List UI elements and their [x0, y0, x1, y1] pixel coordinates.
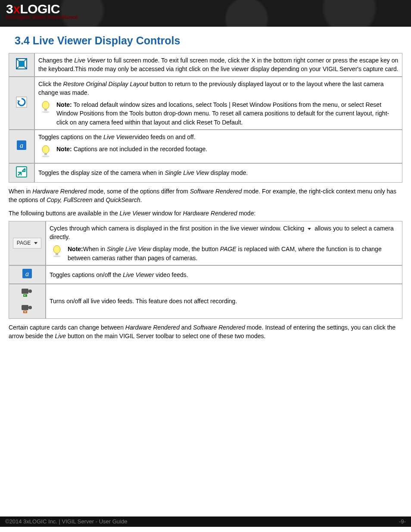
- svg-rect-17: [22, 289, 28, 294]
- text: Certain capture cards can change between: [9, 324, 125, 331]
- text: display mode, the button: [151, 246, 220, 252]
- video-on-icon: [21, 287, 34, 299]
- bulb-icon: [50, 245, 64, 260]
- svg-rect-1: [19, 61, 25, 67]
- em-text: Live Viewer: [103, 134, 134, 140]
- text: Toggles captions on/off the: [50, 271, 123, 278]
- text: The following buttons are available in t…: [9, 210, 120, 217]
- text: When in: [83, 246, 107, 252]
- caption-a-icon: a: [22, 268, 32, 281]
- icon-cell: PAGE: [9, 221, 46, 265]
- page-content: 3.4 Live Viewer Display Controls Changes…: [0, 27, 411, 361]
- table-row: Toggles the display size of the camera w…: [9, 163, 402, 183]
- svg-point-10: [42, 156, 50, 157]
- text: Turns on/off all live video feeds. This …: [50, 298, 237, 305]
- text: display mode.: [209, 169, 248, 176]
- svg-rect-23: [24, 311, 26, 312]
- text: and: [180, 324, 193, 331]
- em-text: Live: [55, 333, 66, 339]
- note-label: Note:: [56, 146, 72, 152]
- desc-cell: Toggles captions on the Live Viewervideo…: [34, 130, 402, 163]
- em-text: QuickSearch: [106, 196, 140, 203]
- svg-point-14: [53, 255, 61, 257]
- footer-page-number: -9-: [399, 518, 406, 525]
- note-text: Captions are not included in the recorde…: [72, 146, 207, 152]
- em-text: Software Rendered: [190, 188, 242, 195]
- page-button-label: PAGE: [17, 240, 31, 247]
- em-text: Hardware Rendered: [183, 210, 237, 217]
- text: button on the main VIGIL Server toolbar …: [66, 333, 265, 339]
- text: mode, some of the options differ from: [87, 188, 190, 195]
- em-text: PAGE: [220, 246, 237, 252]
- desc-cell: Click the Restore Original Display Layou…: [34, 77, 402, 130]
- header-band: 3xLOGIC Intelligent Video Surveillance: [0, 0, 411, 27]
- text: window for: [151, 210, 183, 217]
- section-name: Live Viewer Display Controls: [33, 34, 181, 47]
- text: video feeds on and off.: [134, 134, 195, 140]
- em-text: Live Viewer: [123, 271, 154, 278]
- text: Click the: [38, 81, 63, 87]
- logo-tagline: Intelligent Video Surveillance: [6, 15, 405, 20]
- page-button: PAGE: [13, 238, 41, 249]
- svg-rect-4: [44, 109, 47, 111]
- text: video feeds.: [154, 271, 188, 278]
- note-body: Note:When in Single Live View display mo…: [68, 245, 399, 262]
- text: Cycles through which camera is displayed…: [50, 225, 306, 232]
- text: When in: [9, 188, 32, 195]
- caption-a-icon: a: [16, 140, 27, 152]
- restore-layout-icon: [16, 96, 27, 110]
- icon-cell: [9, 163, 34, 183]
- desc-cell: Toggles the display size of the camera w…: [34, 163, 402, 183]
- fullscreen-icon: [16, 58, 27, 72]
- em-text: Software Rendered: [193, 324, 245, 331]
- note-row: Note: To reload default window sizes and…: [38, 100, 399, 127]
- table-row: Changes the Live Viewer to full screen m…: [9, 53, 402, 77]
- paragraph: When in Hardware Rendered mode, some of …: [9, 187, 402, 205]
- svg-point-3: [42, 101, 49, 109]
- table-row: a Toggles captions on/off the Live Viewe…: [9, 265, 402, 284]
- em-text: Single Live View: [107, 246, 151, 252]
- paragraph: Certain capture cards can change between…: [9, 323, 402, 341]
- note-label: Note:: [68, 246, 83, 252]
- svg-text:a: a: [25, 270, 29, 277]
- icon-cell: [9, 53, 34, 77]
- table-row: Click the Restore Original Display Layou…: [9, 77, 402, 130]
- text: Toggles captions on the: [38, 134, 103, 140]
- text: mode:: [237, 210, 256, 217]
- em-text: Live Viewer: [120, 210, 151, 217]
- em-text: Copy, FullScreen: [47, 196, 92, 203]
- em-text: Hardware Rendered: [32, 188, 87, 195]
- section-number: 3.4: [15, 34, 30, 47]
- em-text: Restore Original Display Layout: [63, 81, 148, 87]
- note-body: Note: To reload default window sizes and…: [56, 100, 399, 127]
- em-text: Live Viewer: [74, 57, 105, 64]
- icon-cell: a: [9, 265, 46, 284]
- paragraph: The following buttons are available in t…: [9, 209, 402, 218]
- svg-point-18: [28, 289, 32, 293]
- note-row: Note:When in Single Live View display mo…: [50, 245, 399, 262]
- desc-cell: Cycles through which camera is displayed…: [46, 221, 402, 265]
- controls-table-2: PAGE Cycles through which camera is disp…: [9, 221, 402, 319]
- svg-point-12: [53, 246, 60, 253]
- text: Toggles the display size of the camera w…: [38, 169, 165, 176]
- em-text: Single Live View: [165, 169, 209, 176]
- icon-cell: [9, 77, 34, 130]
- chevron-down-icon: [34, 242, 37, 244]
- text: Changes the: [38, 57, 74, 64]
- svg-point-5: [42, 111, 50, 113]
- svg-rect-13: [56, 253, 58, 255]
- note-body: Note: Captions are not included in the r…: [56, 145, 399, 153]
- svg-point-21: [28, 306, 32, 309]
- icon-cell: [9, 284, 46, 319]
- bulb-icon: [38, 145, 53, 160]
- bulb-icon: [38, 100, 53, 115]
- desc-cell: Changes the Live Viewer to full screen m…: [34, 53, 402, 77]
- video-off-icon: [21, 303, 34, 316]
- svg-text:a: a: [20, 142, 23, 149]
- note-row: Note: Captions are not included in the r…: [38, 145, 399, 160]
- text: .: [140, 196, 142, 203]
- display-size-icon: [16, 166, 27, 180]
- svg-rect-20: [22, 305, 28, 310]
- desc-cell: Turns on/off all live video feeds. This …: [46, 284, 402, 319]
- logo: 3xLOGIC Intelligent Video Surveillance: [6, 3, 405, 20]
